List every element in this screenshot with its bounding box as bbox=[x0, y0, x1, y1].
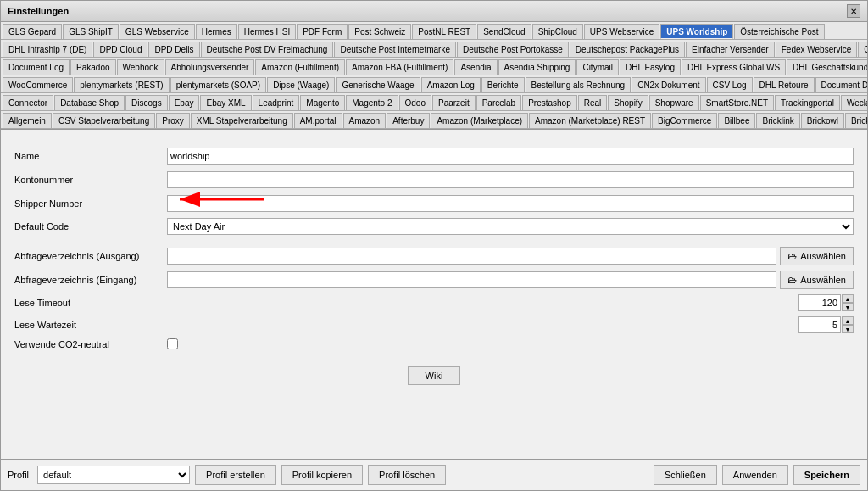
tab-dpd-delis[interactable]: DPD Delis bbox=[148, 42, 199, 57]
tab-xml-stapelverarbeitung[interactable]: XML Stapelverarbeitung bbox=[191, 113, 293, 128]
lese-wartezeit-down[interactable]: ▼ bbox=[842, 325, 854, 333]
tab-bricklink[interactable]: Bricklink bbox=[756, 113, 799, 128]
tab-deutsche-post-portokasse[interactable]: Deutsche Post Portokasse bbox=[457, 42, 569, 57]
tab-amazon-log[interactable]: Amazon Log bbox=[421, 77, 481, 92]
tab-generische-waage[interactable]: Generische Waage bbox=[336, 77, 420, 92]
tab-cn2x-dokument[interactable]: CN2x Dokument bbox=[632, 77, 705, 92]
tab-webhook[interactable]: Webhook bbox=[117, 59, 164, 75]
speichern-button[interactable]: Speichern bbox=[793, 465, 860, 485]
tab-sterreichische-post[interactable]: Österreichische Post bbox=[734, 24, 824, 39]
tab-gls-shipit[interactable]: GLS ShipIT bbox=[63, 24, 119, 39]
tab-abholungsversender[interactable]: Abholungsversender bbox=[165, 59, 255, 75]
schliessen-button[interactable]: Schließen bbox=[654, 465, 717, 485]
tab-leadprint[interactable]: Leadprint bbox=[253, 95, 300, 110]
tab-fedex-webservice[interactable]: Fedex Webservice bbox=[776, 42, 858, 57]
profil-loeschen-button[interactable]: Profil löschen bbox=[368, 465, 446, 485]
tab-document-log[interactable]: Document Log bbox=[3, 59, 70, 75]
tab-ebay-xml[interactable]: Ebay XML bbox=[200, 95, 251, 110]
tab-pakadoo[interactable]: Pakadoo bbox=[70, 59, 115, 75]
tab-amazon-marketplace[interactable]: Amazon (Marketplace) bbox=[431, 113, 528, 128]
tab-brickscout[interactable]: Brickscout bbox=[845, 113, 867, 128]
tab-proxy[interactable]: Proxy bbox=[156, 113, 190, 128]
tab-hermes-hsi[interactable]: Hermes HSI bbox=[238, 24, 296, 39]
tab-bigcommerce[interactable]: BigCommerce bbox=[652, 113, 717, 128]
tab-amazon-marketplace-rest[interactable]: Amazon (Marketplace) REST bbox=[529, 113, 651, 128]
tab-pdf-form[interactable]: PDF Form bbox=[297, 24, 348, 39]
lese-timeout-input[interactable] bbox=[798, 294, 841, 311]
tab-amazon-fba-fulfillment[interactable]: Amazon FBA (Fulfillment) bbox=[346, 59, 453, 75]
tab-smartstorenet[interactable]: SmartStore.NET bbox=[700, 95, 774, 110]
tab-amazon-fulfillment[interactable]: Amazon (Fulfillment) bbox=[255, 59, 345, 75]
tab-amportal[interactable]: AM.portal bbox=[294, 113, 342, 128]
tab-einfacher-versender[interactable]: Einfacher Versender bbox=[686, 42, 775, 57]
anwenden-button[interactable]: Anwenden bbox=[722, 465, 788, 485]
tab-discogs[interactable]: Discogs bbox=[125, 95, 168, 110]
kontonummer-input[interactable] bbox=[167, 171, 854, 188]
tab-trackingportal[interactable]: Trackingportal bbox=[775, 95, 840, 110]
shipper-number-input[interactable] bbox=[167, 195, 854, 212]
tab-bestellung-als-rechnung[interactable]: Bestellung als Rechnung bbox=[526, 77, 632, 92]
tab-dhl-express-global-ws[interactable]: DHL Express Global WS bbox=[682, 59, 786, 75]
lese-timeout-down[interactable]: ▼ bbox=[842, 303, 854, 311]
tab-gls-gepard[interactable]: GLS Gepard bbox=[3, 24, 62, 39]
tab-dpd-cloud[interactable]: DPD Cloud bbox=[93, 42, 147, 57]
tab-csv-log[interactable]: CSV Log bbox=[707, 77, 753, 92]
tab-allgemein[interactable]: Allgemein bbox=[3, 113, 52, 128]
tab-dhl-retoure[interactable]: DHL Retoure bbox=[754, 77, 815, 92]
tab-dhl-geschftskundenversand[interactable]: DHL Geschäftskundenversand bbox=[787, 59, 867, 75]
auswählen-eingang-button[interactable]: 🗁 Auswählen bbox=[780, 271, 854, 289]
tab-brickowl[interactable]: Brickowl bbox=[801, 113, 844, 128]
tab-dhl-intraship-7-de[interactable]: DHL Intraship 7 (DE) bbox=[3, 42, 92, 57]
tab-gls-webservice[interactable]: GLS Webservice bbox=[120, 24, 195, 39]
name-input[interactable] bbox=[167, 148, 854, 165]
tab-deutschepost-packageplus[interactable]: Deutschepost PackagePlus bbox=[570, 42, 685, 57]
tab-weclapp[interactable]: Weclapp bbox=[841, 95, 867, 110]
tab-csv-stapelverarbeitung[interactable]: CSV Stapelverarbeitung bbox=[53, 113, 155, 128]
lese-wartezeit-up[interactable]: ▲ bbox=[842, 316, 854, 325]
tab-plentymarkets-rest[interactable]: plentymarkets (REST) bbox=[74, 77, 169, 92]
tab-deutsche-post-internetmarke[interactable]: Deutsche Post Internetmarke bbox=[334, 42, 456, 57]
tab-deutsche-post-dv-freimachung[interactable]: Deutsche Post DV Freimachung bbox=[201, 42, 334, 57]
tab-ups-worldship[interactable]: UPS Worldship bbox=[660, 24, 733, 39]
tab-asendia-shipping[interactable]: Asendia Shipping bbox=[498, 59, 576, 75]
abfrage-ausgang-input[interactable] bbox=[167, 248, 776, 265]
lese-timeout-up[interactable]: ▲ bbox=[842, 294, 854, 303]
tab-odoo[interactable]: Odoo bbox=[399, 95, 431, 110]
tab-asendia[interactable]: Asendia bbox=[454, 59, 497, 75]
tab-dipse-waage[interactable]: Dipse (Waage) bbox=[267, 77, 335, 92]
profile-select[interactable]: default bbox=[37, 466, 190, 484]
tab-plentymarkets-soap[interactable]: plentymarkets (SOAP) bbox=[170, 77, 266, 92]
tab-database-shop[interactable]: Database Shop bbox=[54, 95, 125, 110]
wiki-button[interactable]: Wiki bbox=[408, 366, 461, 385]
abfrage-eingang-input[interactable] bbox=[167, 271, 776, 288]
auswählen-ausgang-button[interactable]: 🗁 Auswählen bbox=[780, 247, 854, 265]
lese-wartezeit-input[interactable] bbox=[798, 316, 841, 333]
tab-shopify[interactable]: Shopify bbox=[608, 95, 648, 110]
tab-shopware[interactable]: Shopware bbox=[649, 95, 699, 110]
tab-billbee[interactable]: Billbee bbox=[718, 113, 755, 128]
profil-kopieren-button[interactable]: Profil kopieren bbox=[281, 465, 363, 485]
tab-afterbuy[interactable]: Afterbuy bbox=[387, 113, 430, 128]
tab-real[interactable]: Real bbox=[578, 95, 608, 110]
tab-parcelab[interactable]: Parcelab bbox=[476, 95, 521, 110]
tab-shipcloud[interactable]: ShipCloud bbox=[532, 24, 583, 39]
co2-checkbox[interactable] bbox=[167, 338, 178, 349]
tab-woocommerce[interactable]: WooCommerce bbox=[3, 77, 73, 92]
profil-erstellen-button[interactable]: Profil erstellen bbox=[195, 465, 276, 485]
tab-postnl-rest[interactable]: PostNL REST bbox=[412, 24, 476, 39]
tab-citymail[interactable]: Citymail bbox=[576, 59, 619, 75]
tab-paarzeit[interactable]: Paarzeit bbox=[432, 95, 476, 110]
tab-gel-express[interactable]: GEL Express bbox=[858, 42, 867, 57]
tab-dhl-easylog[interactable]: DHL Easylog bbox=[620, 59, 681, 75]
tab-prestashop[interactable]: Prestashop bbox=[522, 95, 577, 110]
tab-ups-webservice[interactable]: UPS Webservice bbox=[584, 24, 659, 39]
tab-ebay[interactable]: Ebay bbox=[169, 95, 200, 110]
tab-hermes[interactable]: Hermes bbox=[196, 24, 237, 39]
tab-magento[interactable]: Magento bbox=[300, 95, 345, 110]
tab-document-downloader[interactable]: Document Downloader bbox=[815, 77, 867, 92]
default-code-select[interactable]: Next Day Air bbox=[167, 218, 854, 235]
close-button[interactable]: ✕ bbox=[847, 4, 860, 18]
tab-sendcloud[interactable]: SendCloud bbox=[477, 24, 531, 39]
tab-amazon[interactable]: Amazon bbox=[343, 113, 387, 128]
tab-magento-2[interactable]: Magento 2 bbox=[346, 95, 398, 110]
